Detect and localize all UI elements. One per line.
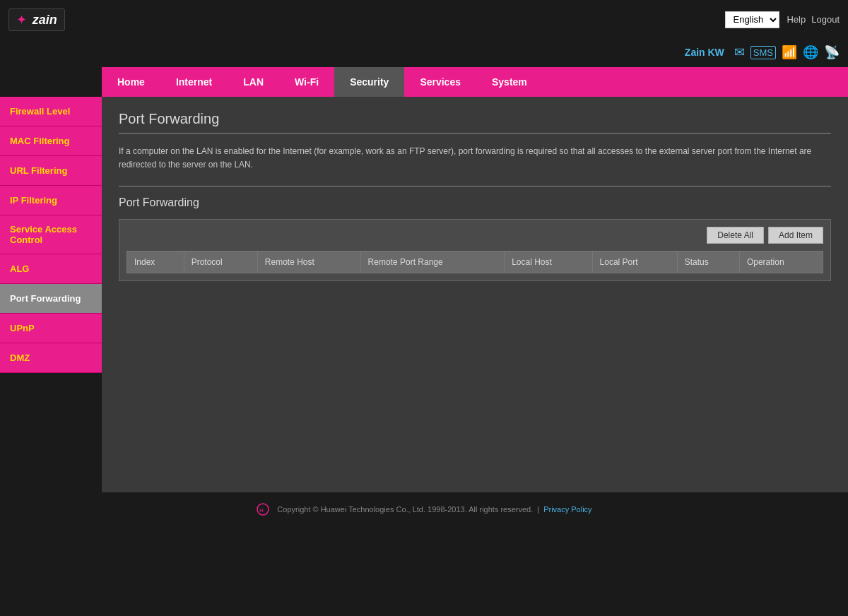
sms-icon: SMS xyxy=(750,46,776,59)
status-bar: Zain KW ✉ SMS 📶 🌐 📡 xyxy=(0,39,848,67)
sidebar-item-dmz[interactable]: DMZ xyxy=(0,343,102,373)
sidebar-item-alg[interactable]: ALG xyxy=(0,254,102,284)
logo-icon: ✦ xyxy=(16,13,27,27)
sidebar-item-upnp[interactable]: UPnP xyxy=(0,314,102,343)
svg-text:H: H xyxy=(259,507,264,514)
col-index: Index xyxy=(127,251,184,273)
nav-wifi[interactable]: Wi-Fi xyxy=(279,67,334,97)
language-select[interactable]: EnglishArabic xyxy=(725,11,779,28)
col-protocol: Protocol xyxy=(184,251,257,273)
top-links: Help Logout xyxy=(787,14,840,25)
sidebar-item-ip-filtering[interactable]: IP Filtering xyxy=(0,186,102,215)
help-link[interactable]: Help xyxy=(787,14,806,25)
sidebar-item-url-filtering[interactable]: URL Filtering xyxy=(0,156,102,186)
logo-text: zain xyxy=(33,13,57,27)
top-right-controls: EnglishArabic Help Logout xyxy=(725,11,840,28)
footer-copyright: Copyright © Huawei Technologies Co., Ltd… xyxy=(277,505,533,514)
page-title: Port Forwarding xyxy=(119,111,831,127)
globe-icon: 🌐 xyxy=(803,45,818,60)
logout-link[interactable]: Logout xyxy=(811,14,840,25)
logo-area: ✦ zain xyxy=(8,8,65,31)
sidebar-item-mac-filtering[interactable]: MAC Filtering xyxy=(0,126,102,156)
sidebar-item-firewall-level[interactable]: Firewall Level xyxy=(0,97,102,126)
sidebar-item-service-access-control[interactable]: Service Access Control xyxy=(0,215,102,254)
add-item-button[interactable]: Add Item xyxy=(768,227,823,244)
section-title: Port Forwarding xyxy=(119,196,831,209)
nav-security[interactable]: Security xyxy=(334,67,404,97)
signal-icon: 📶 xyxy=(782,45,797,60)
account-label: Zain KW xyxy=(685,47,724,58)
section-divider xyxy=(119,186,831,186)
logo-box: ✦ zain xyxy=(8,8,65,31)
top-bar: ✦ zain EnglishArabic Help Logout xyxy=(0,0,848,39)
layout: Firewall Level MAC Filtering URL Filteri… xyxy=(0,97,848,492)
footer: H Copyright © Huawei Technologies Co., L… xyxy=(0,492,848,526)
table-actions: Delete All Add Item xyxy=(126,227,823,244)
description-text: If a computer on the LAN is enabled for … xyxy=(119,145,831,172)
footer-logo-icon: H xyxy=(256,502,270,516)
status-icons: ✉ SMS 📶 🌐 📡 xyxy=(734,45,840,60)
nav-services[interactable]: Services xyxy=(404,67,476,97)
main-content: Port Forwarding If a computer on the LAN… xyxy=(102,97,848,492)
mail-icon: ✉ xyxy=(734,45,745,60)
col-local-port: Local Port xyxy=(592,251,677,273)
nav-internet[interactable]: Internet xyxy=(160,67,228,97)
table-header-row: Index Protocol Remote Host Remote Port R… xyxy=(127,251,823,273)
nav-home[interactable]: Home xyxy=(102,67,160,97)
table-container: Delete All Add Item Index Protocol Remot… xyxy=(119,219,831,281)
port-forwarding-table: Index Protocol Remote Host Remote Port R… xyxy=(126,251,823,273)
delete-all-button[interactable]: Delete All xyxy=(707,227,764,244)
wifi-icon: 📡 xyxy=(824,45,840,60)
col-remote-host: Remote Host xyxy=(257,251,360,273)
sidebar-item-port-forwarding[interactable]: Port Forwarding xyxy=(0,284,102,314)
nav-system[interactable]: System xyxy=(476,67,543,97)
col-remote-port-range: Remote Port Range xyxy=(360,251,505,273)
col-operation: Operation xyxy=(739,251,823,273)
title-divider xyxy=(119,133,831,134)
footer-separator: | xyxy=(537,505,539,514)
main-nav: Home Internet LAN Wi-Fi Security Service… xyxy=(102,67,848,97)
sidebar: Firewall Level MAC Filtering URL Filteri… xyxy=(0,97,102,492)
col-local-host: Local Host xyxy=(505,251,592,273)
privacy-policy-link[interactable]: Privacy Policy xyxy=(543,505,591,514)
nav-lan[interactable]: LAN xyxy=(228,67,279,97)
col-status: Status xyxy=(677,251,739,273)
